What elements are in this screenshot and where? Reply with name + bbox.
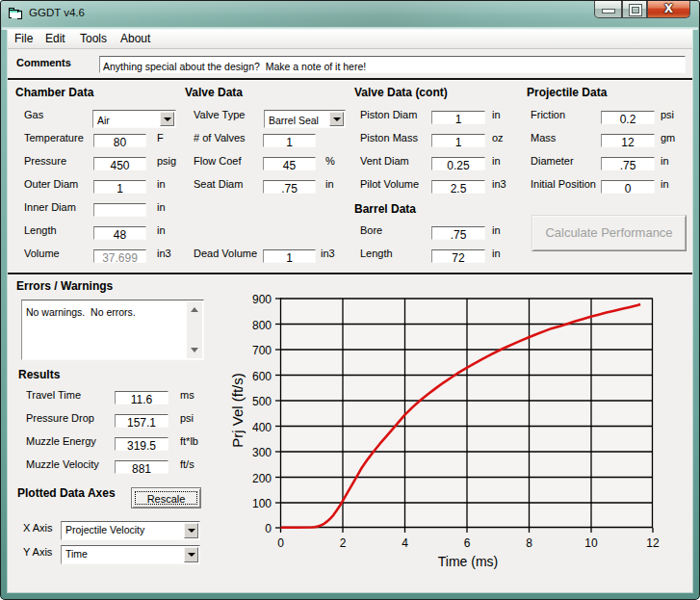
svg-text:600: 600 bbox=[252, 370, 272, 383]
svg-text:8: 8 bbox=[526, 536, 532, 550]
svg-text:0: 0 bbox=[265, 522, 272, 535]
svg-text:Prj Vel (ft/s): Prj Vel (ft/s) bbox=[229, 373, 246, 448]
svg-text:4: 4 bbox=[402, 536, 408, 550]
svg-text:12: 12 bbox=[646, 536, 660, 550]
svg-text:300: 300 bbox=[252, 446, 272, 459]
svg-text:100: 100 bbox=[252, 497, 272, 510]
svg-text:800: 800 bbox=[252, 319, 272, 332]
svg-text:0: 0 bbox=[277, 536, 284, 550]
svg-text:6: 6 bbox=[464, 536, 471, 550]
svg-text:200: 200 bbox=[252, 472, 272, 485]
svg-text:500: 500 bbox=[252, 395, 272, 408]
svg-text:10: 10 bbox=[584, 536, 598, 550]
svg-text:Time (ms): Time (ms) bbox=[438, 554, 498, 569]
svg-text:400: 400 bbox=[252, 421, 272, 434]
svg-text:2: 2 bbox=[340, 536, 347, 550]
svg-text:900: 900 bbox=[252, 293, 272, 306]
svg-text:700: 700 bbox=[252, 344, 272, 357]
